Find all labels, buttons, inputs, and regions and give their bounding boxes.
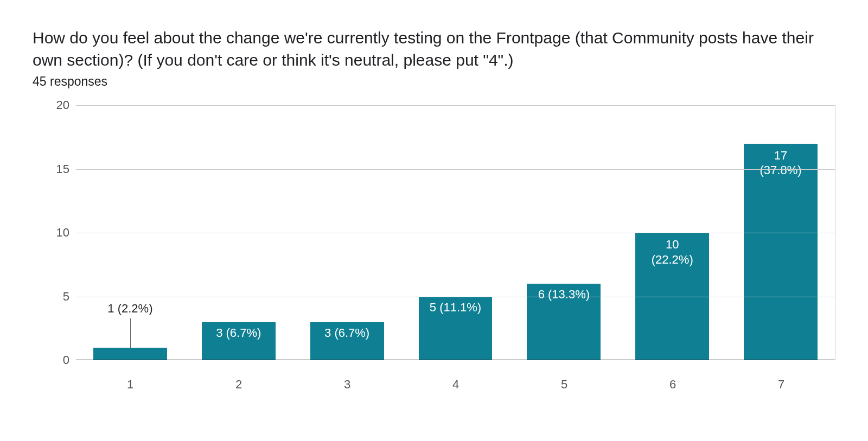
plot-area: 1 (2.2%)3 (6.7%)3 (6.7%)5 (11.1%)6 (13.3… [76, 105, 835, 360]
bar: 3 (6.7%) [310, 322, 384, 361]
y-axis: 05101520 [33, 105, 76, 409]
y-tick-label: 20 [56, 98, 69, 112]
gridline [76, 297, 835, 297]
gridline [76, 105, 835, 106]
gridline [76, 233, 835, 233]
x-tick-label: 4 [401, 365, 510, 392]
bar-value-label: 6 (13.3%) [505, 287, 623, 302]
chart-title: How do you feel about the change we're c… [33, 27, 835, 71]
gridline [76, 169, 835, 170]
bar: 6 (13.3%) [527, 284, 601, 360]
leader-line [130, 318, 131, 348]
x-tick-label: 1 [76, 365, 184, 392]
x-tick-label: 2 [184, 365, 293, 392]
bar-value-label: 17(37.8%) [722, 148, 839, 178]
bar: 3 (6.7%) [202, 322, 276, 361]
x-tick-label: 5 [510, 365, 618, 392]
bar-value-label: 10(22.2%) [614, 237, 731, 267]
x-tick-label: 6 [618, 365, 727, 392]
x-axis: 1234567 [76, 365, 835, 392]
bar-value-label: 5 (11.1%) [397, 300, 514, 315]
x-tick-label: 7 [727, 365, 835, 392]
bar-chart: 05101520 1 (2.2%)3 (6.7%)3 (6.7%)5 (11.1… [33, 105, 835, 409]
y-tick-label: 15 [56, 162, 69, 176]
x-baseline [76, 360, 835, 360]
bar-value-label: 3 (6.7%) [180, 325, 297, 341]
y-tick-label: 0 [63, 353, 69, 367]
bar [93, 348, 167, 361]
response-count: 45 responses [33, 74, 835, 89]
x-tick-label: 3 [293, 365, 401, 392]
bar: 17(37.8%) [744, 144, 818, 361]
bar-value-label: 3 (6.7%) [288, 325, 406, 341]
bar: 5 (11.1%) [419, 297, 493, 361]
y-tick-label: 10 [56, 226, 69, 240]
